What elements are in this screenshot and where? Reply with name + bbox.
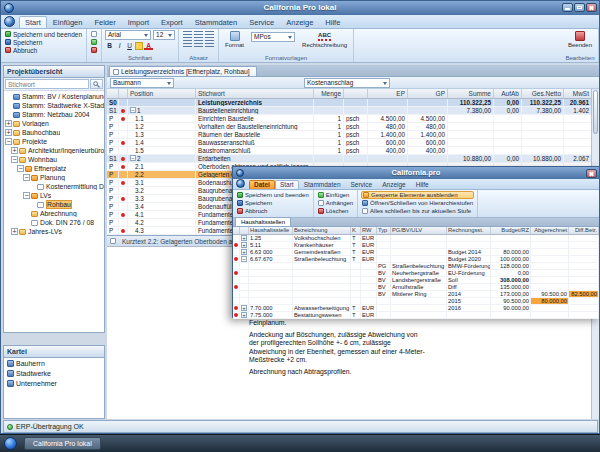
row-expander-icon[interactable]: − [241, 256, 247, 262]
kostenanschlag-select[interactable]: Kostenanschlag [304, 78, 390, 88]
sidebar-item-rohbau[interactable]: Rohbau [4, 200, 104, 209]
overlay-ribbon-app-button-icon[interactable] [236, 179, 245, 188]
hide-locked-elements-button[interactable]: Gesperrte Elemente ausblenden [361, 191, 474, 199]
hh-row[interactable]: +7.70.000AbwasserbeseitigungTEUR201690.0… [233, 305, 599, 312]
column-header-ep[interactable]: EP [368, 89, 408, 98]
sidebar-item-stamm-bv-kostenplanungen[interactable]: Stamm: BV / Kostenplanungen [4, 92, 104, 101]
cancel-button[interactable]: Abbruch [4, 46, 83, 54]
hh-row[interactable]: +5.11KrankenhäuserTEUR [233, 242, 599, 249]
hh-column-header-diff-betr[interactable]: Diff.Betr. [569, 227, 599, 234]
ribbon-tab-einf-gen[interactable]: Einfügen [47, 16, 89, 28]
start-button[interactable] [4, 437, 17, 450]
sidebar-item-jahres-lvs[interactable]: +Jahres-LVs [4, 227, 104, 236]
column-header-ges-netto[interactable]: Ges.Netto [522, 89, 564, 98]
numbered-list-icon[interactable] [205, 40, 214, 47]
tree-expander-icon[interactable]: + [5, 129, 12, 136]
ribbon-tab-export[interactable]: Export [155, 16, 189, 28]
lv-row[interactable]: S0Leistungsverzeichnis110.322,250,00110.… [107, 99, 599, 107]
column-header-col0[interactable] [107, 89, 119, 98]
hh-column-header-typ[interactable]: Typ [377, 227, 391, 234]
lv-row[interactable]: S1−1Baustelleneinrichtung7.380,000,007.3… [107, 107, 599, 115]
hh-column-header-rw[interactable]: RW [361, 227, 377, 234]
column-header-col5[interactable] [344, 89, 368, 98]
hh-column-header-haushaltsstelle[interactable]: Haushaltsstelle [249, 227, 293, 234]
hh-row[interactable]: −6.67.670StraßenbeleuchtungTEURBudget 20… [233, 256, 599, 263]
justify-icon[interactable] [183, 40, 192, 47]
sidebar-item-effnerplatz[interactable]: −Effnerplatz [4, 164, 104, 173]
hh-row[interactable]: 201590.500,0080.000,00 [233, 298, 599, 305]
kartei-item-stadtwerke[interactable]: Stadtwerke [4, 368, 104, 378]
sidebar-item-dok-din-276-08[interactable]: Dok. DIN 276 / 08 [4, 218, 104, 227]
hh-column-header-col1[interactable] [240, 227, 249, 234]
overlay-cancel-button[interactable]: Abbruch [236, 207, 310, 215]
hh-column-header-bezeichnung[interactable]: Bezeichnung [293, 227, 351, 234]
sidebar-item-bauhochbau[interactable]: +Bauhochbau [4, 128, 104, 137]
anhaengen-button[interactable]: Anhängen [317, 199, 354, 207]
hh-row[interactable]: +1.25VolkshochschulenTEUR [233, 235, 599, 242]
hh-column-header-abgerechnet[interactable]: Abgerechnet [531, 227, 569, 234]
tree-expander-icon[interactable]: − [11, 156, 18, 163]
row-expander-icon[interactable]: − [130, 155, 136, 161]
hh-column-header-k[interactable]: K [351, 227, 361, 234]
align-left-icon[interactable] [183, 31, 192, 38]
paste-button[interactable] [90, 30, 98, 38]
row-expander-icon[interactable]: + [241, 305, 247, 311]
ribbon-tab-anzeige[interactable]: Anzeige [280, 16, 319, 28]
italic-icon[interactable]: I [115, 41, 124, 50]
sidebar-item-vorlagen[interactable]: +Vorlagen [4, 119, 104, 128]
tree-expander-icon[interactable]: − [5, 138, 12, 145]
lv-row[interactable]: P1.1Einrichten Baustelle1psch4.500,004.5… [107, 115, 599, 123]
close-icon[interactable] [586, 3, 597, 12]
align-center-icon[interactable] [194, 31, 203, 38]
bullet-list-icon[interactable] [194, 40, 203, 47]
ribbon-tab-start[interactable]: Start [275, 180, 299, 189]
maximize-icon[interactable] [574, 3, 585, 12]
lv-row[interactable]: P1.5Baustromanschluß1psch400,00400,00 [107, 147, 599, 155]
column-header-gp[interactable]: GP [408, 89, 448, 98]
format-button[interactable]: Format [222, 30, 247, 49]
sidebar-item-abrechnung[interactable]: Abrechnung [4, 209, 104, 218]
spellcheck-button[interactable]: ABC Rechtschreibung [299, 30, 350, 49]
tree-expander-icon[interactable]: − [23, 174, 30, 181]
toggle-hierarchy-button[interactable]: Öffnen/Schließen von Hierarchiestufen [361, 199, 474, 207]
search-button[interactable] [90, 79, 103, 89]
column-header-mwst[interactable]: MwSt [564, 89, 592, 98]
ribbon-tab-hilfe[interactable]: Hilfe [319, 16, 346, 28]
hh-row[interactable]: BVLandsbergerstraßeSoll308.000,00 [233, 277, 599, 284]
row-expander-icon[interactable]: + [241, 242, 247, 248]
ribbon-tab-datei[interactable]: Datei [249, 180, 275, 189]
lv-row[interactable]: P1.2Vorhalten der Baustelleneinrichtung1… [107, 123, 599, 131]
loeschen-button[interactable]: Löschen [317, 207, 354, 215]
hh-row[interactable]: PGStraßenbeleuchtungBMW-Förderung128.000… [233, 263, 599, 270]
underline-icon[interactable]: U [125, 41, 134, 50]
ribbon-tab-stammdaten[interactable]: Stammdaten [189, 16, 244, 28]
tree-expander-icon[interactable]: + [11, 228, 18, 235]
hh-row[interactable]: BVNeuherbergstraßeEU-Förderung0,00 [233, 270, 599, 277]
row-expander-icon[interactable]: + [241, 312, 247, 318]
tree-expander-icon[interactable]: − [17, 165, 24, 172]
mpos-select[interactable]: MPos [251, 32, 295, 42]
ribbon-tab-service[interactable]: Service [243, 16, 280, 28]
align-right-icon[interactable] [205, 31, 214, 38]
save-and-close-button[interactable]: Speichern und beenden [4, 30, 83, 38]
column-header-aufab[interactable]: AufAb [494, 89, 522, 98]
ribbon-tab-start[interactable]: Start [19, 16, 47, 28]
sidebar-item-lvs[interactable]: −LVs [4, 191, 104, 200]
hh-column-header-budget-rz[interactable]: Budget/RZ [491, 227, 531, 234]
ribbon-tab-felder[interactable]: Felder [88, 16, 121, 28]
hh-column-header-pg-bv-ulv[interactable]: PG/BV/ULV [391, 227, 447, 234]
save-button[interactable]: Speichern [4, 38, 83, 46]
ribbon-tab-hilfe[interactable]: Hilfe [411, 180, 434, 189]
font-size-select[interactable]: 12 [153, 30, 175, 40]
bold-icon[interactable]: B [105, 41, 114, 50]
lv-row[interactable]: P1.3Räumen der Baustelle1psch1.400,001.4… [107, 131, 599, 139]
font-color-icon[interactable]: A [144, 42, 153, 50]
ribbon-app-button-icon[interactable] [4, 16, 15, 27]
ribbon-tab-anzeige[interactable]: Anzeige [377, 180, 411, 189]
add-button[interactable] [90, 38, 98, 46]
ribbon-tab-import[interactable]: Import [122, 16, 155, 28]
taskbar-task-button[interactable]: California Pro lokal [24, 437, 101, 450]
tree-expander-icon[interactable]: + [11, 147, 18, 154]
tab-haushaltsstellen[interactable]: Haushaltsstellen [235, 217, 291, 226]
ribbon-tab-stammdaten[interactable]: Stammdaten [299, 180, 346, 189]
